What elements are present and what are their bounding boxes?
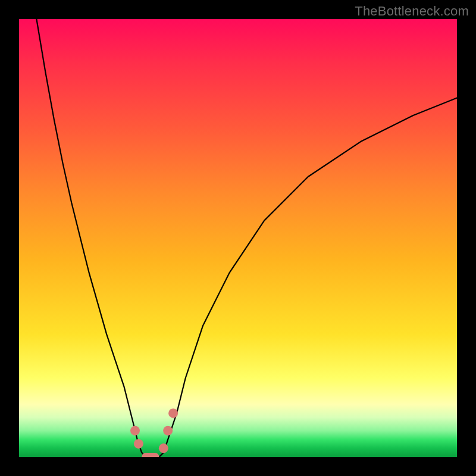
curve-layer [19, 19, 457, 457]
watermark-text: TheBottleneck.com [355, 4, 469, 19]
curve-marker [168, 408, 178, 418]
curve-marker [134, 439, 143, 449]
curve-marker [159, 443, 168, 453]
curve-marker [163, 426, 173, 436]
curve-marker [130, 426, 140, 436]
plot-area [19, 19, 457, 457]
bottleneck-curve [36, 19, 457, 457]
outer-frame: TheBottleneck.com [0, 0, 476, 476]
marker-layer [130, 408, 178, 457]
optimum-band [142, 453, 159, 457]
